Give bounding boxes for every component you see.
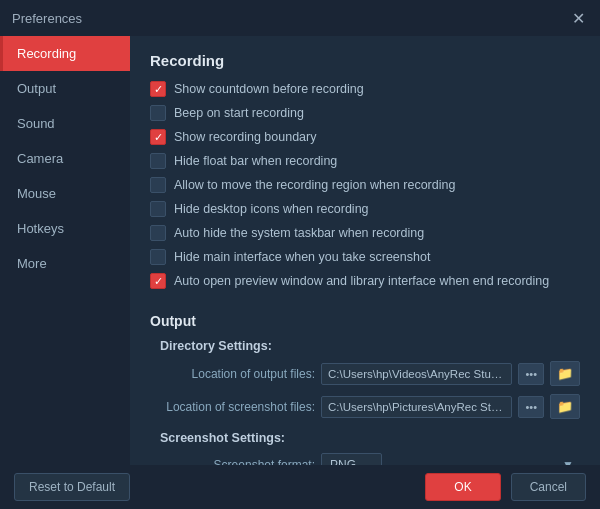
screenshot-files-row: Location of screenshot files: C:\Users\h… <box>150 394 580 419</box>
sidebar: Recording Output Sound Camera Mouse Hotk… <box>0 36 130 465</box>
recording-section-title: Recording <box>150 52 580 69</box>
output-files-label: Location of output files: <box>150 367 315 381</box>
checkmark-icon: ✓ <box>154 132 163 143</box>
footer: Reset to Default OK Cancel <box>0 465 600 509</box>
checkmark-icon: ✓ <box>154 84 163 95</box>
sidebar-item-sound[interactable]: Sound <box>0 106 130 141</box>
output-folder-button[interactable]: 📁 <box>550 361 580 386</box>
checkbox-5[interactable] <box>150 201 166 217</box>
checkbox-row: ✓Show countdown before recording <box>150 81 580 97</box>
format-row: Screenshot format: PNG JPG BMP GIF ▼ <box>150 453 580 465</box>
checkmark-icon: ✓ <box>154 276 163 287</box>
checkbox-row: ✓Auto open preview window and library in… <box>150 273 580 289</box>
ok-button[interactable]: OK <box>425 473 500 501</box>
directory-settings-title: Directory Settings: <box>160 339 580 353</box>
checkbox-row: Allow to move the recording region when … <box>150 177 580 193</box>
output-dots-button[interactable]: ••• <box>518 363 544 385</box>
checkbox-1[interactable] <box>150 105 166 121</box>
output-files-value: C:\Users\hp\Videos\AnyRec Studio\AnyRec … <box>321 363 512 385</box>
sidebar-item-camera[interactable]: Camera <box>0 141 130 176</box>
sidebar-item-mouse[interactable]: Mouse <box>0 176 130 211</box>
checkbox-8[interactable]: ✓ <box>150 273 166 289</box>
format-label: Screenshot format: <box>150 458 315 465</box>
checkbox-0[interactable]: ✓ <box>150 81 166 97</box>
window-title: Preferences <box>12 11 82 26</box>
output-files-row: Location of output files: C:\Users\hp\Vi… <box>150 361 580 386</box>
checkbox-label: Auto hide the system taskbar when record… <box>174 226 424 240</box>
checkbox-row: ✓Show recording boundary <box>150 129 580 145</box>
main-content: Recording Output Sound Camera Mouse Hotk… <box>0 36 600 465</box>
footer-buttons: OK Cancel <box>425 473 586 501</box>
output-section-title: Output <box>150 313 580 329</box>
checkbox-3[interactable] <box>150 153 166 169</box>
sidebar-item-hotkeys[interactable]: Hotkeys <box>0 211 130 246</box>
format-select[interactable]: PNG JPG BMP GIF <box>321 453 382 465</box>
checkbox-label: Hide main interface when you take screen… <box>174 250 430 264</box>
checkbox-label: Hide desktop icons when recording <box>174 202 369 216</box>
sidebar-item-recording[interactable]: Recording <box>0 36 130 71</box>
screenshot-settings-title: Screenshot Settings: <box>160 431 580 445</box>
checkbox-label: Auto open preview window and library int… <box>174 274 549 288</box>
chevron-down-icon: ▼ <box>562 458 574 465</box>
checkbox-label: Hide float bar when recording <box>174 154 337 168</box>
checkbox-label: Show recording boundary <box>174 130 316 144</box>
checkbox-label: Beep on start recording <box>174 106 304 120</box>
reset-button[interactable]: Reset to Default <box>14 473 130 501</box>
screenshot-files-value: C:\Users\hp\Pictures\AnyRec Studio\AnyRe… <box>321 396 512 418</box>
screenshot-files-label: Location of screenshot files: <box>150 400 315 414</box>
checkbox-4[interactable] <box>150 177 166 193</box>
output-section: Output Directory Settings: Location of o… <box>150 313 580 465</box>
checkbox-row: Hide desktop icons when recording <box>150 201 580 217</box>
checkbox-row: Hide float bar when recording <box>150 153 580 169</box>
title-bar: Preferences ✕ <box>0 0 600 36</box>
preferences-window: Preferences ✕ Recording Output Sound Cam… <box>0 0 600 509</box>
checkbox-row: Hide main interface when you take screen… <box>150 249 580 265</box>
sidebar-item-output[interactable]: Output <box>0 71 130 106</box>
checkbox-6[interactable] <box>150 225 166 241</box>
checkboxes-container: ✓Show countdown before recordingBeep on … <box>150 81 580 297</box>
format-select-wrapper: PNG JPG BMP GIF ▼ <box>321 453 580 465</box>
checkbox-2[interactable]: ✓ <box>150 129 166 145</box>
checkbox-7[interactable] <box>150 249 166 265</box>
right-panel: Recording ✓Show countdown before recordi… <box>130 36 600 465</box>
close-button[interactable]: ✕ <box>568 8 588 28</box>
folder-icon: 📁 <box>557 366 573 381</box>
folder-icon-2: 📁 <box>557 399 573 414</box>
screenshot-settings-section: Screenshot Settings: Screenshot format: … <box>150 431 580 465</box>
screenshot-dots-button[interactable]: ••• <box>518 396 544 418</box>
sidebar-item-more[interactable]: More <box>0 246 130 281</box>
screenshot-folder-button[interactable]: 📁 <box>550 394 580 419</box>
cancel-button[interactable]: Cancel <box>511 473 586 501</box>
checkbox-row: Beep on start recording <box>150 105 580 121</box>
checkbox-label: Show countdown before recording <box>174 82 364 96</box>
checkbox-row: Auto hide the system taskbar when record… <box>150 225 580 241</box>
checkbox-label: Allow to move the recording region when … <box>174 178 455 192</box>
